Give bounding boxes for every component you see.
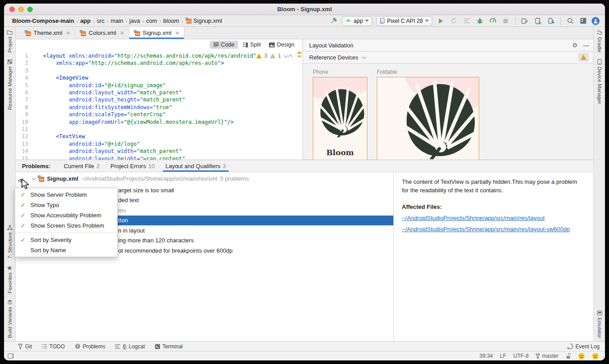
debug-button[interactable] <box>475 17 484 25</box>
prev-problem-icon[interactable] <box>288 54 293 59</box>
close-icon[interactable]: ✕ <box>175 30 179 36</box>
phone-preview[interactable]: Bloom <box>313 77 367 160</box>
tab-current-file[interactable]: Current File 2 <box>60 160 104 172</box>
feedback-sad-icon[interactable] <box>592 353 599 360</box>
build-hammer-icon[interactable] <box>329 17 338 25</box>
breadcrumb-separator: › <box>142 18 144 24</box>
close-icon[interactable]: ✕ <box>66 30 70 36</box>
close-icon[interactable]: ✕ <box>120 30 124 36</box>
toolwindow-button-6-logcat[interactable]: 6: Logcat <box>115 343 145 350</box>
sidebar-item-label: Build Variants <box>7 307 13 338</box>
code-text[interactable]: <layout xmlns:android="http://schemas.an… <box>33 50 302 160</box>
checkmark-icon: ✓ <box>21 222 30 229</box>
breadcrumb-item[interactable]: bloom <box>163 17 179 24</box>
affected-file-link[interactable]: ~/AndroidStudioProjects/Shrine/app/src/m… <box>402 225 585 233</box>
status-bar: 39:34 LF UTF-8 master <box>4 351 605 360</box>
tab-label: Theme.xml <box>34 30 62 36</box>
mode-code-button[interactable]: Code <box>210 41 238 49</box>
sidebar-item-7-structure[interactable]: 7: Structure <box>7 222 13 262</box>
mode-design-button[interactable]: Design <box>265 41 298 49</box>
device-dropdown[interactable]: Pixel C API 28 <box>376 16 432 26</box>
sidebar-item-build-variants[interactable]: Build Variants <box>7 296 13 341</box>
line-number: 15 <box>16 155 28 160</box>
menu-item-label: Show Accessibility Problem <box>30 212 101 219</box>
sidebar-item-emulator[interactable]: Emulator <box>597 307 602 341</box>
breadcrumb-separator: › <box>106 18 108 24</box>
project-structure-icon[interactable] <box>579 17 588 25</box>
menu-item-show-accessibility-problem[interactable]: ✓Show Accessibility Problem <box>15 210 117 220</box>
breadcrumb-item[interactable]: main <box>111 17 123 24</box>
problems-file-group[interactable]: <> Signup.xml ~/AndroidStudioProjects/Sh… <box>27 172 393 185</box>
toolwindow-button-problems[interactable]: Problems <box>75 343 106 350</box>
toolbar-separator <box>560 17 561 25</box>
menu-item-sort-by-severity[interactable]: ✓Sort by Severity <box>15 235 117 245</box>
layout-validation-panel: Layout Validation ⚙ — Reference Devices … <box>303 39 593 160</box>
sidebar-item-label: Emulator <box>597 317 602 338</box>
logcat-icon <box>115 344 120 349</box>
xml-file-icon: <> <box>185 17 192 24</box>
menu-item-show-typo[interactable]: ✓Show Typo <box>15 200 117 210</box>
terminal-icon <box>155 344 160 349</box>
menu-item-sort-by-name[interactable]: Sort by Name <box>15 245 117 255</box>
menu-item-show-server-problem[interactable]: ✓Show Server Problem <box>15 190 117 200</box>
unlock-icon[interactable] <box>566 353 571 359</box>
stop-button <box>501 17 510 25</box>
next-problem-icon[interactable] <box>284 53 288 58</box>
warning-icon <box>256 54 262 59</box>
search-everywhere-icon[interactable] <box>566 17 575 25</box>
device-value: Pixel C API 28 <box>387 18 423 24</box>
sidebar-item-favorites[interactable]: Favorites <box>7 262 13 296</box>
toolwindow-button-git[interactable]: Git <box>18 343 32 350</box>
git-branch-widget[interactable]: master <box>536 353 558 359</box>
editor-tab-theme-xml[interactable]: <>Theme.xml✕ <box>20 27 75 39</box>
breadcrumb-item[interactable]: src <box>97 17 104 24</box>
error-stripe[interactable] <box>298 52 301 59</box>
structure-icon <box>7 225 13 230</box>
file-encoding[interactable]: UTF-8 <box>513 353 528 359</box>
reference-devices-dropdown[interactable]: Reference Devices <box>309 54 358 61</box>
menu-item-show-screen-sizes-problem[interactable]: ✓Show Screen Sizes Problem <box>15 220 117 231</box>
breadcrumb-item[interactable]: app <box>80 17 90 24</box>
resource-icon <box>7 59 13 64</box>
menu-item-label: Sort by Name <box>30 247 66 254</box>
toolwindow-toggle-icon[interactable] <box>8 353 14 359</box>
apply-changes-icon[interactable] <box>520 17 529 25</box>
warning-count: 3 <box>264 53 268 59</box>
mode-split-button[interactable]: Split <box>239 41 264 49</box>
sidebar-item-gradle[interactable]: Gradle <box>596 27 602 56</box>
toolwindow-button-terminal[interactable]: Terminal <box>155 343 183 350</box>
run-button[interactable] <box>436 17 445 25</box>
hide-panel-icon[interactable]: — <box>583 42 589 49</box>
gear-icon[interactable]: ⚙ <box>572 42 578 49</box>
tab-project-errors[interactable]: Project Errors 10 <box>106 160 159 172</box>
breadcrumb-item[interactable]: java <box>129 17 140 24</box>
sidebar-item-project[interactable]: Project <box>7 27 13 56</box>
caret-position[interactable]: 39:34 <box>479 353 493 359</box>
sidebar-item-resource-manager[interactable]: Resource Manager <box>7 56 13 113</box>
line-separator[interactable]: LF <box>500 353 506 359</box>
toolwindow-button-todo[interactable]: TODO <box>42 343 64 350</box>
show-warnings-toggle[interactable] <box>578 53 589 62</box>
tab-layout-and-qualifiers[interactable]: Layout and Qualifiers 3 <box>161 160 230 172</box>
foldable-preview[interactable] <box>377 77 479 160</box>
profiler-button[interactable] <box>488 17 497 25</box>
affected-file-link[interactable]: ~/AndroidStudioProjects/Shrine/app/src/m… <box>402 214 585 222</box>
breadcrumb-item[interactable]: Bloom-Compose-main <box>12 17 74 24</box>
editor-tab-signup-xml[interactable]: <>Signup.xml✕ <box>129 27 184 39</box>
breadcrumb-item[interactable]: com <box>146 17 158 24</box>
profile-avatar[interactable] <box>592 17 600 25</box>
sidebar-item-label: Device Manager <box>597 67 602 104</box>
problem-row-text: n in layout <box>118 227 145 234</box>
event-log-icon <box>567 343 573 349</box>
run-configuration-dropdown[interactable]: app <box>342 16 372 26</box>
code-line: <ImageView <box>43 74 302 81</box>
feedback-happy-icon[interactable] <box>578 353 585 360</box>
editor-tab-colors-xml[interactable]: <>Colors.xml✕ <box>75 27 129 39</box>
layout-inspector-icon[interactable] <box>533 17 542 25</box>
sidebar-item-device-manager[interactable]: Device Manager <box>597 56 602 107</box>
device-file-explorer-icon[interactable] <box>546 17 555 25</box>
event-log-button[interactable]: Event Log <box>567 343 600 350</box>
problem-row-text: ms <box>118 207 126 214</box>
breadcrumb-item[interactable]: <>Signup.xml <box>185 17 222 24</box>
inspection-widget[interactable]: 3 1 <box>256 53 293 59</box>
